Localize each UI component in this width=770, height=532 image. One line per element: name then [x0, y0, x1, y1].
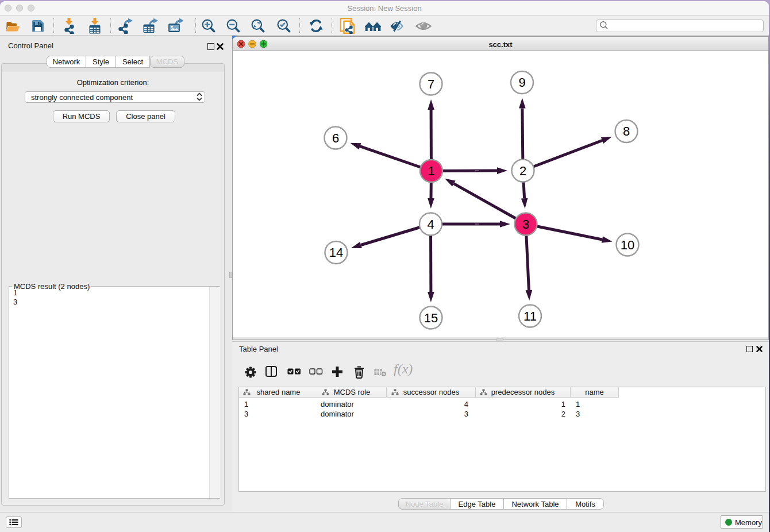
- svg-text:2: 2: [519, 164, 526, 178]
- svg-text:11: 11: [523, 309, 537, 323]
- svg-text:7: 7: [428, 77, 434, 91]
- svg-text:3: 3: [522, 217, 529, 232]
- svg-text:8: 8: [623, 124, 630, 138]
- svg-text:14: 14: [329, 245, 343, 260]
- svg-text:1: 1: [428, 164, 434, 178]
- svg-text:10: 10: [621, 238, 634, 252]
- svg-text:6: 6: [332, 131, 339, 145]
- svg-text:15: 15: [424, 311, 438, 325]
- svg-text:4: 4: [427, 217, 434, 232]
- svg-text:9: 9: [518, 75, 525, 90]
